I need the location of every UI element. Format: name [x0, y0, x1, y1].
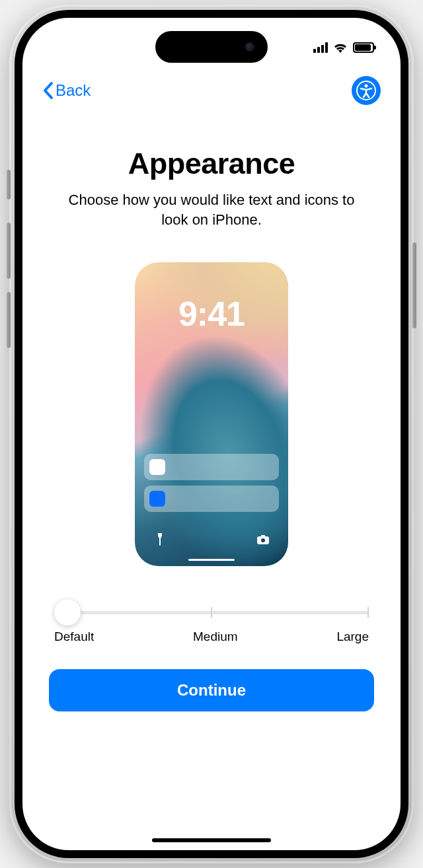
- svg-point-1: [365, 85, 368, 88]
- cellular-signal-icon: [313, 42, 328, 53]
- dynamic-island: [155, 31, 268, 63]
- volume-down-button: [7, 292, 11, 348]
- silence-switch: [7, 170, 11, 199]
- svg-point-4: [261, 538, 265, 542]
- slider-thumb[interactable]: [54, 599, 81, 626]
- battery-icon: [353, 42, 374, 53]
- page-subtitle: Choose how you would like text and icons…: [49, 190, 374, 229]
- home-indicator[interactable]: [152, 838, 271, 842]
- navigation-bar: Back: [22, 74, 401, 107]
- preview-time: 9:41: [135, 294, 288, 334]
- text-size-slider[interactable]: [54, 599, 369, 624]
- camera-icon: [256, 533, 270, 546]
- chevron-left-icon: [42, 81, 54, 100]
- continue-button[interactable]: Continue: [49, 669, 374, 711]
- slider-label-default: Default: [54, 630, 94, 644]
- side-button: [412, 242, 416, 328]
- volume-up-button: [7, 223, 11, 279]
- accessibility-icon: [356, 80, 377, 101]
- back-label: Back: [56, 81, 91, 100]
- main-content: Appearance Choose how you would like tex…: [22, 127, 401, 850]
- appearance-preview: 9:41: [135, 262, 288, 566]
- screen: Back Appearance Choose how you would lik…: [22, 18, 401, 850]
- preview-home-indicator: [188, 559, 235, 561]
- page-title: Appearance: [49, 147, 374, 181]
- flashlight-icon: [153, 533, 167, 546]
- back-button[interactable]: Back: [42, 81, 91, 100]
- slider-label-medium: Medium: [193, 630, 238, 644]
- text-size-slider-container: Default Medium Large: [49, 599, 374, 644]
- preview-notification: [144, 486, 279, 512]
- slider-label-large: Large: [336, 630, 369, 644]
- svg-rect-3: [261, 535, 265, 538]
- accessibility-button[interactable]: [352, 76, 381, 105]
- wifi-icon: [333, 42, 348, 53]
- phone-hardware-frame: Back Appearance Choose how you would lik…: [9, 5, 414, 863]
- slider-labels: Default Medium Large: [54, 630, 369, 644]
- preview-notification: [144, 454, 279, 480]
